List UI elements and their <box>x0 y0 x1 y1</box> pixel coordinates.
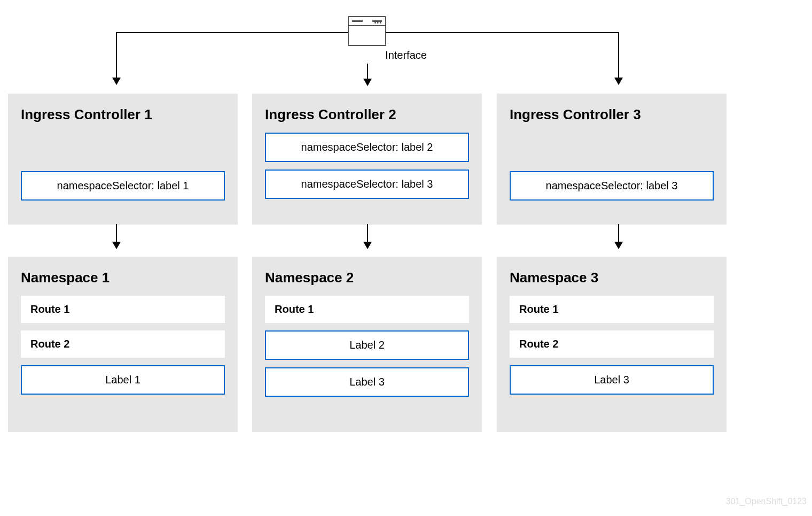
namespace-3-box: Namespace 3 Route 1 Route 2 Label 3 <box>497 257 727 432</box>
route-item: Route 1 <box>265 296 469 323</box>
route-item: Route 1 <box>510 296 714 323</box>
diagram-canvas: ••• Interface Ingress Controller 1 names… <box>0 0 812 516</box>
interface-icon: ••• <box>348 16 386 46</box>
arrow-to-namespace-3 <box>618 224 619 248</box>
interface-label: Interface <box>385 49 427 61</box>
arrow-to-controller-2 <box>367 64 368 85</box>
connector-line-right <box>386 32 618 33</box>
route-item: Route 2 <box>21 330 225 358</box>
route-item: Route 2 <box>510 330 714 358</box>
namespace-title: Namespace 3 <box>510 269 714 286</box>
controller-title: Ingress Controller 2 <box>265 106 469 123</box>
label-item: Label 3 <box>510 365 714 395</box>
label-item: Label 3 <box>265 367 469 397</box>
namespace-selector: namespaceSelector: label 2 <box>265 133 469 162</box>
namespace-title: Namespace 1 <box>21 269 225 286</box>
interface-dash-icon <box>352 20 363 22</box>
controller-title: Ingress Controller 3 <box>510 106 714 123</box>
connector-line-left <box>116 32 348 33</box>
namespace-selector: namespaceSelector: label 3 <box>265 170 469 199</box>
footer-tag: 301_OpenShift_0123 <box>726 497 807 506</box>
namespace-1-box: Namespace 1 Route 1 Route 2 Label 1 <box>8 257 238 432</box>
route-item: Route 1 <box>21 296 225 323</box>
spacer <box>21 133 225 171</box>
interface-divider-icon <box>349 25 385 26</box>
controller-title: Ingress Controller 1 <box>21 106 225 123</box>
arrow-to-namespace-2 <box>367 224 368 248</box>
arrow-to-controller-3 <box>618 32 619 84</box>
arrow-to-namespace-1 <box>116 224 117 248</box>
arrow-to-controller-1 <box>116 32 117 84</box>
spacer <box>510 133 714 171</box>
label-item: Label 1 <box>21 365 225 395</box>
ingress-controller-2-box: Ingress Controller 2 namespaceSelector: … <box>252 94 482 225</box>
namespace-2-box: Namespace 2 Route 1 Label 2 Label 3 <box>252 257 482 432</box>
label-item: Label 2 <box>265 330 469 360</box>
namespace-selector: namespaceSelector: label 1 <box>21 171 225 201</box>
namespace-title: Namespace 2 <box>265 269 469 286</box>
ingress-controller-1-box: Ingress Controller 1 namespaceSelector: … <box>8 94 238 225</box>
namespace-selector: namespaceSelector: label 3 <box>510 171 714 201</box>
ingress-controller-3-box: Ingress Controller 3 namespaceSelector: … <box>497 94 727 225</box>
